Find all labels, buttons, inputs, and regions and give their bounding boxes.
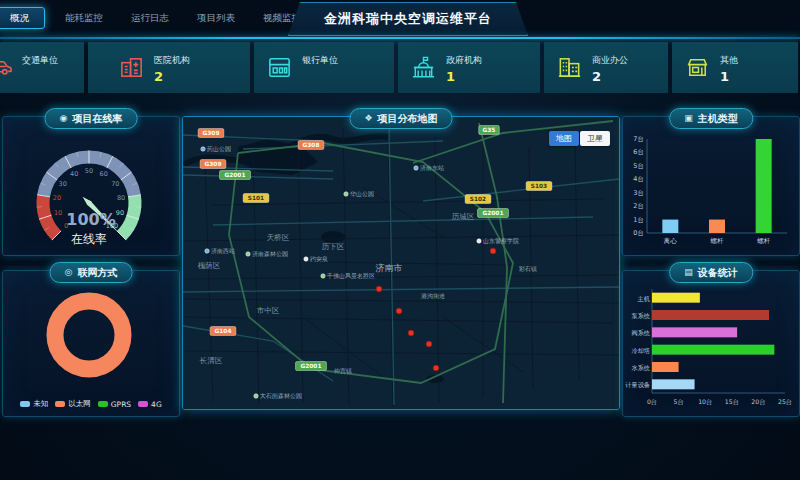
legend-swatch [55, 401, 65, 407]
svg-text:50: 50 [85, 167, 93, 175]
svg-text:G308: G308 [303, 142, 320, 148]
stat-label: 政府机构 [446, 54, 482, 67]
panel-host-type: ▣ 主机类型 0台1台2台3台4台5台6台7台离心螺杆螺杆 [622, 116, 800, 256]
network-legend: 未知以太网GPRS4G [3, 399, 179, 409]
stat-card: 医院机构2 [88, 42, 250, 93]
project-marker[interactable] [426, 341, 432, 347]
bar-冷却塔 [652, 345, 774, 355]
bar-主机 [652, 293, 700, 303]
legend-item[interactable]: 未知 [20, 399, 48, 409]
project-marker[interactable] [490, 248, 496, 254]
stat-card: 其他1 [672, 42, 798, 93]
tab-1[interactable]: 概况 [0, 7, 45, 29]
stat-label: 银行单位 [302, 54, 338, 67]
panel-online-rate-header: ◉ 项目在线率 [45, 108, 138, 129]
map-layer-satellite[interactable]: 卫星 [580, 131, 610, 146]
road-shield: S102 [465, 195, 491, 204]
svg-text:螺杆: 螺杆 [757, 237, 771, 245]
project-marker[interactable] [376, 286, 382, 292]
svg-text:G309: G309 [205, 161, 222, 167]
project-marker[interactable] [396, 308, 402, 314]
svg-text:济南西站: 济南西站 [211, 247, 235, 255]
svg-text:济南东站: 济南东站 [420, 164, 444, 172]
panel-title: 主机类型 [698, 112, 738, 126]
tab-2[interactable]: 能耗监控 [51, 0, 117, 36]
svg-text:S103: S103 [531, 183, 547, 189]
shop-icon [684, 54, 711, 81]
stat-card: 银行单位 [254, 42, 394, 93]
svg-text:15台: 15台 [725, 398, 739, 406]
stat-card: 政府机构1 [398, 42, 540, 93]
svg-text:30: 30 [59, 180, 67, 188]
road-shield: G309 [198, 129, 224, 138]
monitor-icon: ▣ [684, 114, 693, 123]
road-shield: G35 [479, 126, 500, 135]
svg-text:3台: 3台 [633, 189, 644, 197]
project-marker[interactable] [433, 365, 439, 371]
legend-item[interactable]: 以太网 [55, 399, 91, 409]
stat-card: 交通单位 [0, 42, 84, 93]
stats-row: 交通单位医院机构2银行单位政府机构1商业办公2其他1 [0, 42, 800, 93]
svg-text:20台: 20台 [751, 398, 765, 406]
top-header: 概况能耗监控运行日志项目列表视频监控 金洲科瑞中央空调运维平台 [0, 0, 800, 36]
stat-label: 医院机构 [154, 54, 190, 67]
panel-device-stats-header: ▤ 设备统计 [669, 262, 753, 283]
host-type-chart: 0台1台2台3台4台5台6台7台离心螺杆螺杆 [623, 129, 795, 253]
svg-text:G309: G309 [203, 130, 220, 136]
svg-text:0台: 0台 [647, 398, 657, 406]
map-canvas[interactable]: 槐荫区天桥区历下区历城区市中区长清区济南市G309G308G309G2001G3… [183, 117, 619, 409]
header-divider [0, 37, 800, 39]
map-poi: 大石崮森林公园 [254, 392, 302, 400]
map-poi: 港沟街道 [421, 292, 445, 300]
road-shield: S103 [526, 182, 552, 191]
map-layer-map[interactable]: 地图 [549, 131, 579, 146]
svg-text:螺杆: 螺杆 [711, 237, 725, 245]
svg-text:5台: 5台 [674, 398, 684, 406]
svg-text:S101: S101 [248, 195, 264, 201]
legend-swatch [20, 401, 30, 407]
panel-map-header: ❖ 项目分布地图 [349, 108, 452, 129]
tab-4[interactable]: 项目列表 [183, 0, 249, 36]
legend-swatch [98, 401, 108, 407]
svg-text:40: 40 [70, 170, 78, 178]
svg-text:趵突泉: 趵突泉 [310, 255, 328, 262]
bar-泵系统 [652, 310, 769, 320]
svg-text:G104: G104 [215, 328, 232, 334]
road-shield: G2001 [220, 171, 251, 180]
tab-3[interactable]: 运行日志 [117, 0, 183, 36]
map-poi: 济南森林公园 [246, 250, 288, 258]
svg-text:G2001: G2001 [225, 172, 246, 178]
map-poi: 仲宫镇 [334, 367, 352, 375]
stat-label: 其他 [720, 54, 738, 67]
legend-item[interactable]: GPRS [98, 399, 131, 409]
svg-text:药山公园: 药山公园 [207, 145, 231, 153]
bank-icon [266, 54, 293, 81]
gauge-label: 在线率 [71, 232, 107, 246]
svg-text:泵系统: 泵系统 [631, 312, 650, 320]
bar-水系统 [652, 362, 679, 372]
svg-text:港沟街道: 港沟街道 [421, 292, 445, 300]
donut-segment [55, 301, 123, 369]
wifi-icon: ◎ [65, 268, 73, 277]
map-layer-controls: 地图卫星 [549, 131, 610, 146]
bar-阀系统 [652, 327, 737, 337]
svg-text:G2001: G2001 [483, 210, 504, 216]
bar-离心 [662, 220, 678, 233]
panel-title: 项目分布地图 [378, 112, 438, 126]
project-marker[interactable] [408, 330, 414, 336]
svg-text:冷却塔: 冷却塔 [631, 347, 650, 355]
district-label: 槐荫区 [198, 261, 221, 270]
district-label: 长清区 [199, 356, 223, 365]
road-shield: G2001 [296, 362, 327, 371]
hospital-icon [118, 54, 145, 81]
map-poi: 千佛山风景名胜区 [321, 272, 375, 280]
svg-text:千佛山风景名胜区: 千佛山风景名胜区 [326, 272, 375, 280]
road-shield: G104 [210, 327, 236, 336]
svg-text:7台: 7台 [633, 135, 644, 143]
bar-计量设备 [652, 379, 695, 389]
city-label: 济南市 [376, 263, 403, 273]
legend-item[interactable]: 4G [138, 399, 162, 409]
svg-text:20: 20 [53, 194, 61, 202]
svg-text:10台: 10台 [698, 398, 712, 406]
road-shield: G308 [298, 141, 324, 150]
